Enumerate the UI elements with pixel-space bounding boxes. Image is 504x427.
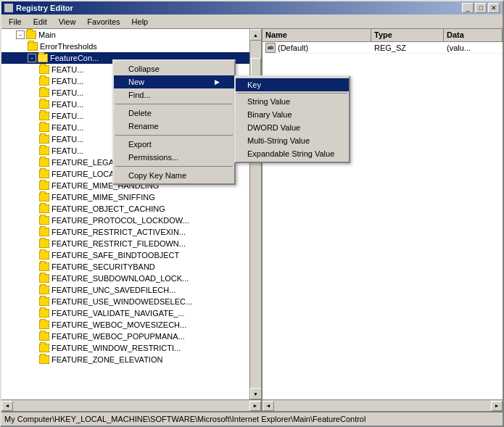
expander-featurecontrol[interactable]: - [28,54,36,62]
expander-main[interactable]: - [16,30,25,39]
folder-icon-mime-handling [39,181,49,190]
h-scroll-track-left [13,402,249,410]
folder-icon-object-caching [39,204,49,213]
window-title: Registry Editor [16,4,73,12]
folder-icon-weboc-popupmana [39,332,49,341]
details-header: Name Type Data [263,29,503,42]
tree-label-unc-savedfile: FEATURE_UNC_SAVEDFILECH... [51,286,175,294]
tree-node-restrict-filedown[interactable]: FEATURE_RESTRICT_FILEDOWN... [1,238,249,249]
tree-label-featurecontrol: FeatureCon... [50,54,99,62]
details-horizontal-scrollbar: ◄ ► [263,400,503,411]
h-scroll-right-button[interactable]: ► [249,401,261,411]
tree-node-safe-bindtoobj[interactable]: FEATURE_SAFE_BINDTOOBJECT [1,249,249,261]
ctx-delete[interactable]: Delete [114,107,234,120]
tree-node-restrict-activex[interactable]: FEATURE_RESTRICT_ACTIVEXIN... [1,226,249,238]
folder-icon-securityband [39,262,49,271]
tree-node-unc-savedfile[interactable]: FEATURE_UNC_SAVEDFILECH... [1,284,249,296]
tree-node-mime-sniffing[interactable]: FEATURE_MIME_SNIFFING [1,191,249,203]
window-controls: _ □ ✕ [462,3,500,13]
tree-node-weboc-movesizech[interactable]: FEATURE_WEBOC_MOVESIZECH... [1,319,249,331]
ctx-new-label: New [128,78,144,86]
tree-label-feat4: FEATU... [51,100,83,109]
tree-label-validate-navigate: FEATURE_VALIDATE_NAVIGATE_... [51,309,185,318]
col-data: Data [444,29,503,41]
folder-icon-validate-navigate [39,309,49,318]
tree-label-object-caching: FEATURE_OBJECT_CACHING [51,204,165,213]
submenu-dword-value[interactable]: DWORD Value [236,121,349,134]
h-scroll-left-button[interactable]: ◄ [1,401,13,411]
details-row-default[interactable]: ab (Default) REG_SZ (valu... [263,42,503,54]
ctx-sep2 [115,135,233,136]
menu-favorites[interactable]: Favorites [81,16,125,28]
folder-icon-safe-bindtoobj [39,251,49,260]
h-scroll-right-button-right[interactable]: ► [491,401,503,411]
ctx-export[interactable]: Export [114,138,234,151]
tree-node-securityband[interactable]: FEATURE_SECURITYBAND [1,261,249,273]
cell-data-default: (valu... [444,43,503,53]
minimize-button[interactable]: _ [462,3,474,13]
folder-icon-zone-elevation [39,355,49,364]
ctx-copy-key-name[interactable]: Copy Key Name [114,169,234,182]
tree-node-weboc-popupmana[interactable]: FEATURE_WEBOC_POPUPMANA... [1,331,249,342]
status-text: My Computer\HKEY_LOCAL_MACHINE\SOFTWARE\… [4,415,365,423]
submenu-multi-string[interactable]: Multi-String Value [236,134,349,147]
tree-label-feat5: FEATU... [51,112,83,120]
tree-label-weboc-movesizech: FEATURE_WEBOC_MOVESIZECH... [51,320,186,329]
maximize-button[interactable]: □ [475,3,487,13]
submenu-expandable-string[interactable]: Expandable String Value [236,147,349,160]
tree-label-feat8: FEATU... [51,146,83,155]
tree-label-main: Main [38,30,56,39]
ctx-permissions[interactable]: Permissions... [114,151,234,164]
tree-node-subdownload[interactable]: FEATURE_SUBDOWNLOAD_LOCK... [1,273,249,284]
tree-label-window-restricti: FEATURE_WINDOW_RESTRICTI... [51,344,181,352]
ctx-sep3 [115,166,233,167]
tree-node-protocol-lockdown[interactable]: FEATURE_PROTOCOL_LOCKDOW... [1,215,249,226]
ctx-copy-key-name-label: Copy Key Name [128,171,186,180]
folder-icon-main [26,30,36,39]
folder-icon-protocol-lockdown [39,216,49,225]
cell-name-default: ab (Default) [263,42,371,54]
tree-node-main[interactable]: - Main [1,29,249,41]
folder-icon-feat8 [39,146,49,155]
submenu-binary-value[interactable]: Binary Value [236,108,349,121]
tree-node-zone-elevation[interactable]: FEATURE_ZONE_ELEVATION [1,354,249,365]
folder-icon-restrict-activex [39,228,49,236]
tree-label-use-windowedsel: FEATURE_USE_WINDOWEDSELEC... [51,297,192,306]
tree-node-validate-navigate[interactable]: FEATURE_VALIDATE_NAVIGATE_... [1,307,249,319]
folder-icon-window-restricti [39,344,49,352]
menu-help[interactable]: Help [126,16,154,28]
tree-label-restrict-activex: FEATURE_RESTRICT_ACTIVEXIN... [51,228,186,236]
folder-icon-feat6 [39,123,49,132]
tree-horizontal-scrollbar: ◄ ► [1,400,263,411]
submenu-new: Key String Value Binary Value DWORD Valu… [234,75,350,163]
ctx-collapse[interactable]: Collapse [114,62,234,75]
ctx-find[interactable]: Find... [114,88,234,101]
tree-node-errorthresholds[interactable]: ErrorThresholds [1,41,249,52]
menu-edit[interactable]: Edit [28,16,53,28]
ctx-permissions-label: Permissions... [128,153,178,162]
menu-file[interactable]: File [3,16,28,28]
tree-node-use-windowedsel[interactable]: FEATURE_USE_WINDOWEDSELEC... [1,296,249,307]
folder-icon-feat7 [39,135,49,144]
tree-label-subdownload: FEATURE_SUBDOWNLOAD_LOCK... [51,274,189,283]
folder-icon-use-windowedsel [39,297,49,306]
h-scroll-left-button-right[interactable]: ◄ [263,401,274,411]
submenu-key[interactable]: Key [236,78,349,91]
scroll-down-button[interactable]: ▼ [250,388,262,399]
folder-icon-legacy [39,158,49,167]
close-button[interactable]: ✕ [488,3,500,13]
ctx-rename[interactable]: Rename [114,120,234,133]
col-name: Name [263,29,371,41]
ctx-find-label: Find... [128,91,151,99]
tree-label-zone-elevation: FEATURE_ZONE_ELEVATION [51,355,162,364]
tree-node-object-caching[interactable]: FEATURE_OBJECT_CACHING [1,203,249,215]
scroll-up-button[interactable]: ▲ [250,29,262,41]
folder-icon-unc-savedfile [39,286,49,294]
folder-icon-featurecontrol [38,54,48,62]
tree-node-window-restricti[interactable]: FEATURE_WINDOW_RESTRICTI... [1,342,249,354]
submenu-string-value[interactable]: String Value [236,95,349,108]
registry-editor-window: Registry Editor _ □ ✕ File Edit View Fav… [0,0,504,427]
menu-view[interactable]: View [53,16,82,28]
ctx-new[interactable]: New ▶ Key String Value Binary Value DWOR… [114,75,234,88]
folder-icon-feat3 [39,88,49,97]
